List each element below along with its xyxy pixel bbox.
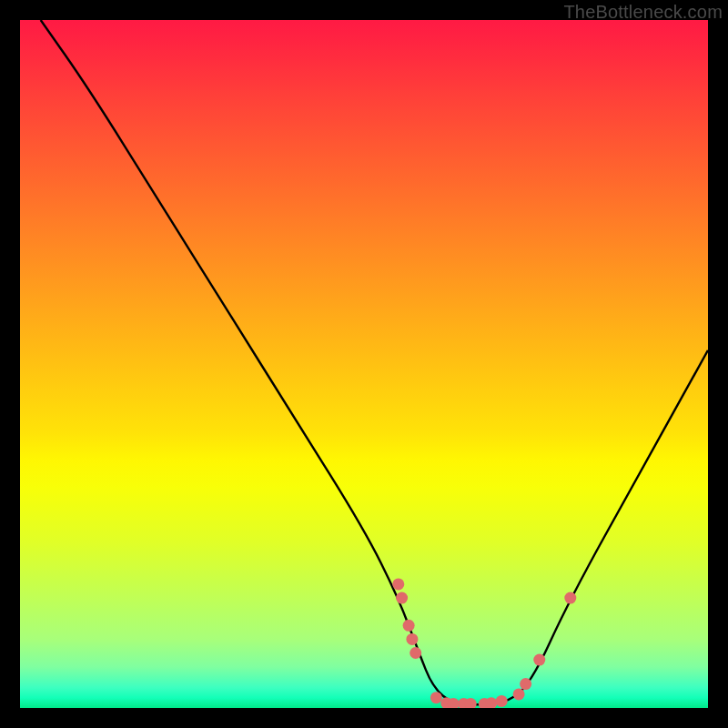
watermark-text: TheBottleneck.com <box>563 2 723 23</box>
plot-area <box>20 20 708 708</box>
data-point <box>564 592 576 604</box>
data-point <box>533 654 545 666</box>
data-point <box>406 633 418 645</box>
data-point <box>520 678 531 690</box>
data-point <box>392 578 404 590</box>
bottleneck-curve <box>41 20 708 704</box>
data-point <box>513 688 525 700</box>
chart-frame: TheBottleneck.com <box>0 0 728 728</box>
chart-svg <box>20 20 708 708</box>
data-point <box>403 620 415 632</box>
data-point <box>430 692 442 703</box>
data-point <box>410 647 421 659</box>
data-point <box>496 695 508 707</box>
data-point <box>396 592 408 604</box>
